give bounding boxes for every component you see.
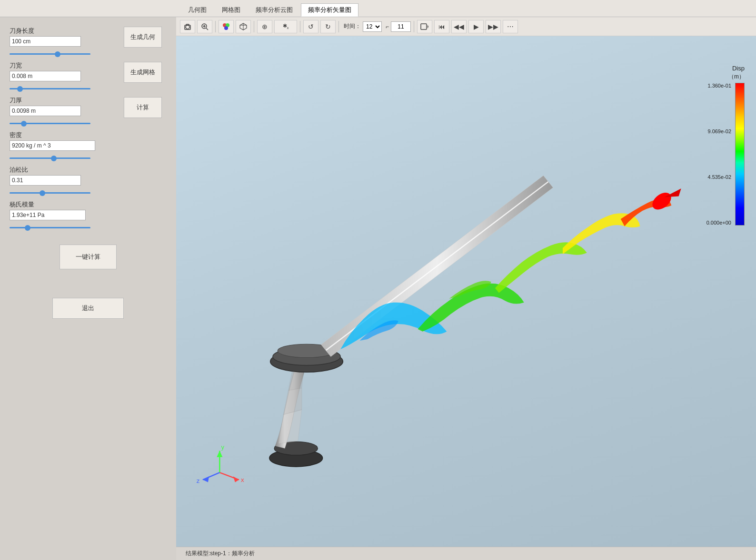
slider-blade-length[interactable] bbox=[10, 53, 90, 55]
input-poisson[interactable] bbox=[10, 175, 81, 186]
svg-line-3 bbox=[206, 28, 208, 30]
field-density: 密度 bbox=[10, 131, 114, 161]
label-density: 密度 bbox=[10, 131, 114, 139]
tab-bar: 几何图 网格图 频率分析云图 频率分析矢量图 bbox=[0, 0, 756, 17]
legend-subtitle: （m） bbox=[728, 73, 745, 81]
legend-mid: 9.069e-02 bbox=[706, 128, 731, 134]
field-blade-length: 刀身长度 bbox=[10, 27, 114, 57]
left-panel: 刀身长度 刀宽 bbox=[0, 17, 176, 560]
pan-button[interactable]: ⊕ bbox=[257, 20, 272, 33]
time-label: 时间： bbox=[344, 22, 361, 30]
slider-blade-thickness[interactable] bbox=[10, 123, 90, 124]
legend-low: 4.535e-02 bbox=[706, 174, 731, 180]
svg-point-8 bbox=[224, 26, 228, 30]
prev-button[interactable]: ◀◀ bbox=[451, 20, 467, 33]
viewport: x y z Disp （m） 1.360e-01 bbox=[176, 36, 756, 547]
input-youngs[interactable] bbox=[10, 210, 86, 220]
tab-geometry[interactable]: 几何图 bbox=[181, 3, 214, 17]
refresh-button[interactable]: ↺ bbox=[303, 20, 318, 33]
legend-bar bbox=[735, 83, 745, 226]
undo-button[interactable]: ↻ bbox=[320, 20, 336, 33]
toolbar-sep-1 bbox=[215, 21, 216, 32]
label-youngs: 杨氏模量 bbox=[10, 200, 114, 209]
rotate-xy-button[interactable]: ✱x bbox=[274, 20, 297, 33]
legend-title: Disp bbox=[732, 65, 745, 72]
skip-start-button[interactable]: ⏮ bbox=[434, 20, 449, 33]
svg-text:y: y bbox=[221, 443, 224, 451]
svg-marker-13 bbox=[428, 25, 428, 29]
legend-max: 1.360e-01 bbox=[706, 83, 731, 88]
svg-text:x: x bbox=[241, 476, 244, 483]
status-text: 结果模型:step-1：频率分析 bbox=[186, 550, 255, 558]
field-blade-thickness: 刀厚 bbox=[10, 96, 114, 126]
left-content: 刀身长度 刀宽 bbox=[10, 27, 167, 235]
generate-geometry-button[interactable]: 生成几何 bbox=[124, 27, 162, 48]
paint-button[interactable] bbox=[219, 20, 234, 33]
input-blade-length[interactable] bbox=[10, 36, 81, 47]
toolbar-sep-5 bbox=[414, 21, 414, 32]
toolbar: ⊕ ✱x ↺ ↻ 时间： 12 11 10 ⌐ bbox=[176, 17, 756, 36]
tab-mesh[interactable]: 网格图 bbox=[215, 3, 248, 17]
input-blade-thickness[interactable] bbox=[10, 106, 81, 116]
toolbar-sep-4 bbox=[338, 21, 339, 32]
status-bar: 结果模型:step-1：频率分析 bbox=[176, 547, 756, 560]
buttons-area: 生成几何 生成网格 计算 bbox=[124, 27, 162, 118]
svg-text:z: z bbox=[197, 477, 200, 484]
tab-freq-vector[interactable]: 频率分析矢量图 bbox=[301, 3, 358, 17]
one-click-button[interactable]: 一键计算 bbox=[60, 245, 117, 269]
input-blade-width[interactable] bbox=[10, 71, 81, 81]
sword-visualization: x y z bbox=[176, 36, 756, 547]
svg-marker-28 bbox=[203, 476, 209, 482]
label-blade-thickness: 刀厚 bbox=[10, 96, 114, 105]
right-panel: ⊕ ✱x ↺ ↻ 时间： 12 11 10 ⌐ bbox=[176, 17, 756, 560]
video-button[interactable] bbox=[417, 20, 432, 33]
field-youngs: 杨氏模量 bbox=[10, 200, 114, 230]
legend-min: 0.000e+00 bbox=[706, 220, 731, 226]
step-label: ⌐ bbox=[386, 23, 389, 30]
calculate-button[interactable]: 计算 bbox=[124, 97, 162, 118]
step-input[interactable] bbox=[391, 21, 411, 32]
slider-blade-width[interactable] bbox=[10, 88, 90, 89]
slider-youngs[interactable] bbox=[10, 227, 90, 228]
zoom-button[interactable] bbox=[197, 20, 212, 33]
input-density[interactable] bbox=[10, 140, 95, 151]
field-poisson: 泊松比 bbox=[10, 166, 114, 196]
svg-marker-25 bbox=[217, 451, 222, 457]
label-blade-width: 刀宽 bbox=[10, 61, 114, 70]
tab-freq-cloud[interactable]: 频率分析云图 bbox=[249, 3, 300, 17]
slider-poisson[interactable] bbox=[10, 192, 90, 194]
camera-button[interactable] bbox=[180, 20, 195, 33]
field-blade-width: 刀宽 bbox=[10, 61, 114, 91]
exit-button[interactable]: 退出 bbox=[52, 298, 124, 319]
more-button[interactable]: ⋯ bbox=[503, 20, 518, 33]
legend: Disp （m） 1.360e-01 9.069e-02 4.535e-02 0… bbox=[706, 65, 745, 226]
cube-button[interactable] bbox=[236, 20, 251, 33]
label-blade-length: 刀身长度 bbox=[10, 27, 114, 35]
generate-mesh-button[interactable]: 生成网格 bbox=[124, 62, 162, 83]
svg-point-0 bbox=[186, 25, 189, 29]
time-select[interactable]: 12 11 10 bbox=[363, 21, 382, 32]
svg-rect-12 bbox=[421, 24, 427, 29]
toolbar-sep-2 bbox=[254, 21, 254, 32]
toolbar-sep-3 bbox=[300, 21, 300, 32]
play-button[interactable]: ▶ bbox=[468, 20, 484, 33]
slider-density[interactable] bbox=[10, 157, 90, 159]
fast-forward-button[interactable]: ▶▶ bbox=[486, 20, 501, 33]
axis-indicator: x y z bbox=[197, 443, 244, 484]
svg-marker-22 bbox=[233, 476, 239, 482]
label-poisson: 泊松比 bbox=[10, 166, 114, 174]
